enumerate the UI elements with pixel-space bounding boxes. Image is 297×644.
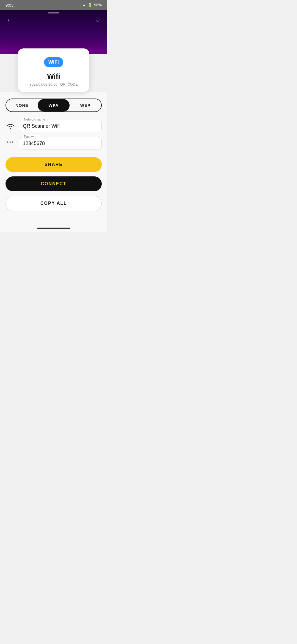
battery-percentage: 98%: [94, 3, 102, 7]
drag-indicator: [48, 12, 59, 13]
back-button[interactable]: ←: [6, 15, 14, 25]
card-title: Wifi: [27, 72, 81, 81]
svg-text:WiFi: WiFi: [48, 59, 59, 65]
status-time: 9:03: [6, 3, 13, 7]
password-field[interactable]: Password 12345678: [19, 137, 102, 149]
segment-wpa[interactable]: WPA: [38, 99, 69, 111]
card-badge: QR_CODE: [60, 82, 78, 86]
password-value: 12345678: [23, 141, 98, 146]
segment-wep[interactable]: WEP: [70, 99, 101, 111]
password-label: Password: [23, 135, 40, 139]
wifi-signal-icon: [6, 122, 15, 130]
password-row: *** Password 12345678: [6, 137, 102, 149]
status-icons: ▲ 🔋 98%: [82, 3, 102, 7]
header: ← ♡: [0, 10, 107, 54]
battery-icon: 🔋: [88, 3, 92, 7]
password-dots: ***: [7, 140, 14, 146]
network-name-value: QR Scanner Wifi: [23, 123, 98, 129]
bottom-bar: [0, 225, 107, 232]
wifi-logo: WiFi: [43, 55, 65, 69]
svg-point-2: [10, 128, 11, 129]
card-meta: 2023/07/02 20:56 QR_CODE: [27, 82, 81, 86]
card-container: WiFi Wifi 2023/07/02 20:56 QR_CODE: [0, 48, 107, 92]
main-content: NONE WPA WEP Network name QR Scanner Wif…: [0, 92, 107, 225]
share-button[interactable]: SHARE: [6, 157, 102, 172]
network-name-label: Network name: [23, 118, 46, 121]
network-name-field[interactable]: Network name QR Scanner Wifi: [19, 120, 102, 132]
bottom-indicator: [37, 228, 70, 229]
segment-none[interactable]: NONE: [6, 99, 38, 111]
connect-button[interactable]: CONNECT: [6, 176, 102, 191]
info-card: WiFi Wifi 2023/07/02 20:56 QR_CODE: [18, 48, 89, 92]
network-name-row: Network name QR Scanner Wifi: [6, 120, 102, 132]
status-bar: 9:03 ▲ 🔋 98%: [0, 0, 107, 10]
card-date: 2023/07/02 20:56: [29, 82, 57, 86]
favorite-button[interactable]: ♡: [94, 15, 102, 25]
password-icon: ***: [6, 140, 15, 146]
copy-all-button[interactable]: COPY ALL: [6, 196, 102, 211]
signal-icon: ▲: [82, 3, 86, 7]
security-segment[interactable]: NONE WPA WEP: [6, 99, 102, 112]
